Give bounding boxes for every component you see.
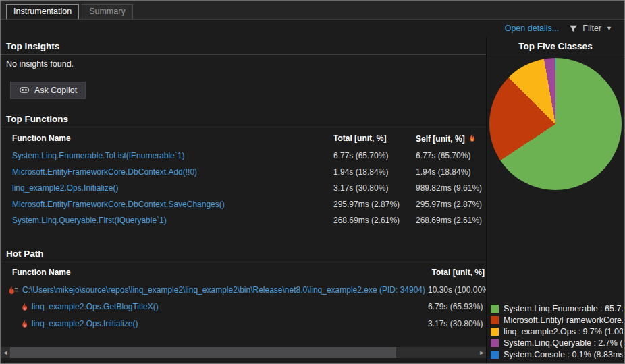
legend-swatch	[491, 316, 499, 324]
legend-swatch	[491, 339, 499, 347]
top-functions-title: Top Functions	[1, 110, 486, 127]
function-link[interactable]: System.Linq.Enumerable.ToList(IEnumerabl…	[1, 151, 333, 160]
self-value: 989.82ms (9.61%)	[416, 183, 486, 193]
function-link[interactable]: linq_example2.Ops.Initialize()	[1, 183, 333, 193]
top-five-classes-title: Top Five Classes	[487, 37, 624, 55]
no-insights-message: No insights found.	[1, 55, 486, 73]
top-insights-title: Top Insights	[1, 37, 486, 55]
hot-path-link[interactable]: linq_example2.Ops.GetBlogTitleX()	[28, 302, 428, 311]
total-value: 268.69ms (2.61%)	[333, 216, 416, 225]
legend-label: System.Linq.Enumerable : 65.7...	[504, 304, 623, 313]
header-function-name[interactable]: Function Name	[1, 133, 333, 144]
hot-path-row[interactable]: linq_example2.Ops.GetBlogTitleX() 6.79s …	[1, 298, 486, 315]
total-value: 6.77s (65.70%)	[333, 151, 416, 160]
table-row[interactable]: Microsoft.EntityFrameworkCore.DbContext.…	[1, 164, 486, 180]
legend-item[interactable]: System.Console : 0.1% (8.83ms)	[491, 349, 623, 359]
header-self[interactable]: Self [unit, %]	[416, 133, 486, 144]
left-panel: Top Insights No insights found. Ask Copi…	[1, 37, 487, 363]
ask-copilot-button[interactable]: Ask Copilot	[10, 82, 86, 99]
legend-label: System.Linq.Queryable : 2.7% (...	[504, 338, 623, 348]
legend-label: System.Console : 0.1% (8.83ms)	[504, 350, 623, 359]
filter-label[interactable]: Filter	[582, 24, 601, 33]
self-value: 1.94s (18.84%)	[416, 167, 486, 177]
hot-path-section: Hot Path Function Name Total [unit, %] C…	[1, 245, 486, 332]
legend-item[interactable]: System.Linq.Enumerable : 65.7...	[491, 303, 623, 313]
tab-summary[interactable]: Summary	[82, 4, 132, 19]
table-row[interactable]: Microsoft.EntityFrameworkCore.DbContext.…	[1, 196, 486, 212]
hot-path-link[interactable]: C:\Users\mikejo\source\repos\linq_exampl…	[18, 285, 428, 295]
hot-path-row[interactable]: linq_example2.Ops.Initialize() 3.17s (30…	[1, 315, 486, 332]
legend-item[interactable]: System.Linq.Queryable : 2.7% (...	[491, 338, 623, 348]
legend-swatch	[491, 328, 499, 336]
hot-path-title: Hot Path	[1, 245, 486, 262]
horizontal-scrollbar[interactable]: ◄ ►	[1, 347, 487, 358]
top-five-classes-panel: Top Five Classes System.Linq.Enumerable …	[487, 37, 624, 363]
top-functions-section: Top Functions Function Name Total [unit,…	[1, 110, 486, 229]
legend-label: linq_example2.Ops : 9.7% (1.00s)	[504, 327, 623, 336]
total-value: 3.17s (30.80%)	[333, 183, 416, 193]
main-content: Top Insights No insights found. Ask Copi…	[1, 37, 624, 363]
scrollbar-thumb[interactable]	[10, 347, 396, 358]
header-total[interactable]: Total [unit, %]	[428, 268, 486, 277]
self-value: 6.77s (65.70%)	[416, 151, 486, 160]
total-value: 10.30s (100.00%)	[428, 285, 486, 295]
hot-path-link[interactable]: linq_example2.Ops.Initialize()	[28, 319, 428, 328]
flame-icon	[21, 303, 28, 311]
table-row[interactable]: System.Linq.Queryable.First(IQueryable`1…	[1, 212, 486, 229]
function-link[interactable]: Microsoft.EntityFrameworkCore.DbContext.…	[1, 200, 333, 209]
total-value: 295.97ms (2.87%)	[333, 200, 416, 209]
scroll-right-arrow[interactable]: ►	[477, 347, 487, 358]
function-link[interactable]: System.Linq.Queryable.First(IQueryable`1…	[1, 216, 333, 225]
filter-funnel-icon[interactable]	[569, 24, 578, 33]
legend-item[interactable]: Microsoft.EntityFrameworkCore...	[491, 315, 623, 325]
hot-path-root-icon	[9, 286, 18, 294]
copilot-icon	[19, 85, 30, 95]
function-link[interactable]: Microsoft.EntityFrameworkCore.DbContext.…	[1, 167, 333, 177]
tab-instrumentation[interactable]: Instrumentation	[6, 4, 79, 19]
total-value: 1.94s (18.84%)	[333, 167, 416, 177]
table-row[interactable]: linq_example2.Ops.Initialize() 3.17s (30…	[1, 180, 486, 196]
header-function-name[interactable]: Function Name	[1, 268, 428, 277]
ask-copilot-label: Ask Copilot	[34, 86, 77, 95]
legend-label: Microsoft.EntityFrameworkCore...	[504, 315, 623, 325]
legend-item[interactable]: linq_example2.Ops : 9.7% (1.00s)	[491, 326, 623, 336]
filter-chevron-down-icon[interactable]: ▼	[606, 25, 612, 32]
scroll-left-arrow[interactable]: ◄	[1, 347, 10, 358]
sort-flame-icon	[468, 133, 475, 144]
total-value: 6.79s (65.93%)	[428, 302, 486, 311]
self-value: 295.97ms (2.87%)	[416, 200, 486, 209]
top-functions-header-row: Function Name Total [unit, %] Self [unit…	[1, 127, 486, 148]
hot-path-header-row: Function Name Total [unit, %]	[1, 262, 486, 281]
open-details-link[interactable]: Open details...	[505, 24, 560, 33]
table-row[interactable]: System.Linq.Enumerable.ToList(IEnumerabl…	[1, 148, 486, 164]
flame-icon	[21, 320, 28, 328]
pie-chart[interactable]	[489, 58, 622, 190]
tab-strip: Instrumentation Summary	[1, 1, 624, 20]
self-value: 268.69ms (2.61%)	[416, 216, 486, 225]
header-self-label: Self [unit, %]	[416, 134, 465, 144]
legend-swatch	[491, 351, 499, 359]
legend-swatch	[491, 305, 499, 313]
total-value: 3.17s (30.80%)	[428, 319, 486, 328]
pie-legend: System.Linq.Enumerable : 65.7... Microso…	[487, 303, 624, 363]
profiler-window: Instrumentation Summary Open details... …	[0, 0, 625, 364]
hot-path-row[interactable]: C:\Users\mikejo\source\repos\linq_exampl…	[1, 281, 486, 298]
toolbar: Open details... Filter ▼	[1, 20, 624, 37]
header-total[interactable]: Total [unit, %]	[333, 133, 416, 144]
